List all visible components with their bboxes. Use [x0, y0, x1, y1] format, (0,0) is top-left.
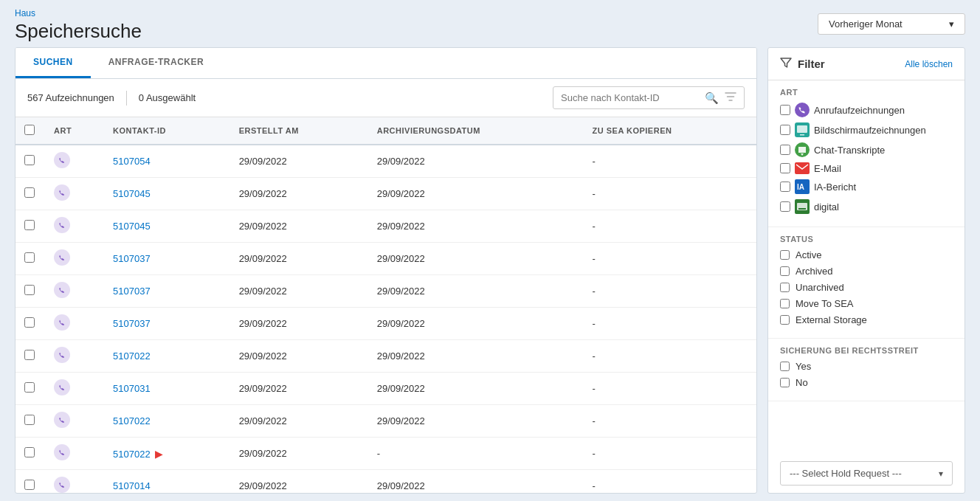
search-input[interactable] [561, 92, 699, 103]
table-row: 510702229/09/202229/09/2022- [15, 405, 756, 438]
tab-anfrage-tracker[interactable]: ANFRAGE-TRACKER [91, 48, 222, 78]
cell-contact-id[interactable]: 5107037 [104, 243, 230, 275]
hold-request-label: --- Select Hold Request --- [790, 468, 902, 479]
checkbox-no[interactable] [780, 378, 790, 387]
cell-art [45, 373, 104, 405]
label-bildschirm: Bildschirmaufzeichnungen [814, 125, 926, 136]
chat-icon [795, 142, 810, 157]
checkbox-digital[interactable] [780, 201, 790, 212]
filter-status-title: STATUS [780, 235, 953, 243]
cell-contact-id[interactable]: 5107031 [104, 373, 230, 405]
filter-icon[interactable] [725, 91, 736, 105]
cell-art [45, 243, 104, 275]
records-table: ART KONTAKT-ID ERSTELLT AM ARCHIVIERUNGS… [15, 117, 756, 493]
cell-contact-id[interactable]: 5107022 [104, 340, 230, 373]
header-archivierungsdatum: ARCHIVIERUNGSDATUM [368, 117, 584, 145]
table-row: 510703129/09/202229/09/2022- [15, 373, 756, 405]
svg-point-2 [54, 217, 70, 233]
row-checkbox[interactable] [24, 317, 35, 328]
filter-sicherung-section: SICHERUNG BEI RECHTSSTREIT Yes No [768, 339, 965, 401]
cell-sea: - [583, 373, 756, 405]
checkbox-chat[interactable] [780, 145, 790, 155]
filter-status-section: STATUS Active Archived Unarchived Move T… [768, 227, 965, 339]
phone-icon [54, 347, 70, 363]
table-row: 510704529/09/202229/09/2022- [15, 178, 756, 210]
table-row: 510703729/09/202229/09/2022- [15, 243, 756, 275]
svg-rect-23 [798, 208, 806, 210]
label-email: E-Mail [814, 163, 841, 174]
cell-archived: 29/09/2022 [368, 210, 584, 243]
checkbox-external-storage[interactable] [780, 315, 790, 325]
cell-created: 29/09/2022 [230, 275, 368, 308]
tab-suchen[interactable]: SUCHEN [15, 48, 91, 78]
select-all-checkbox[interactable] [24, 125, 35, 135]
cell-art [45, 178, 104, 210]
cell-created: 29/09/2022 [230, 178, 368, 210]
checkbox-archived[interactable] [780, 266, 790, 276]
label-yes: Yes [796, 361, 811, 372]
row-checkbox[interactable] [24, 415, 35, 425]
row-checkbox[interactable] [24, 252, 35, 263]
selected-count: 0 Ausgewählt [139, 92, 196, 103]
svg-point-10 [54, 477, 70, 493]
cell-sea: - [583, 243, 756, 275]
filter-item-chat: Chat-Transkripte [780, 142, 953, 157]
cell-contact-id[interactable]: 5107045 [104, 210, 230, 243]
screen-recording-icon [795, 122, 810, 137]
filter-item-no: No [780, 377, 953, 388]
row-checkbox[interactable] [24, 350, 35, 360]
row-checkbox[interactable] [24, 447, 35, 457]
cell-contact-id[interactable]: 5107054 [104, 145, 230, 178]
cell-sea: - [583, 405, 756, 438]
cell-archived: 29/09/2022 [368, 470, 584, 494]
cell-archived: 29/09/2022 [368, 340, 584, 373]
cell-contact-id[interactable]: 5107022▶ [104, 438, 230, 470]
cell-created: 29/09/2022 [230, 405, 368, 438]
hold-request-dropdown[interactable]: --- Select Hold Request --- ▾ [780, 461, 953, 486]
filter-item-anruf: Anrufaufzeichnungen [780, 103, 953, 117]
cell-sea: - [583, 308, 756, 340]
row-checkbox[interactable] [24, 382, 35, 393]
checkbox-anruf[interactable] [780, 105, 790, 115]
month-selector[interactable]: Vorheriger Monat ▾ [818, 13, 965, 35]
phone-icon [54, 184, 70, 201]
cell-created: 29/09/2022 [230, 243, 368, 275]
cell-created: 29/09/2022 [230, 470, 368, 494]
header-art: ART [45, 117, 104, 145]
svg-point-4 [54, 282, 70, 298]
cell-sea: - [583, 178, 756, 210]
hold-request-chevron-icon: ▾ [939, 469, 943, 479]
svg-point-8 [54, 412, 70, 428]
cell-contact-id[interactable]: 5107037 [104, 308, 230, 340]
svg-text:IA: IA [797, 183, 804, 191]
cell-created: 29/09/2022 [230, 145, 368, 178]
ia-icon: IA [795, 179, 810, 194]
cell-contact-id[interactable]: 5107014 [104, 470, 230, 494]
row-checkbox[interactable] [24, 480, 35, 490]
cell-archived: - [368, 438, 584, 470]
cell-contact-id[interactable]: 5107022 [104, 405, 230, 438]
cell-contact-id[interactable]: 5107045 [104, 178, 230, 210]
checkbox-unarchived[interactable] [780, 283, 790, 292]
svg-point-5 [54, 314, 70, 331]
clear-all-link[interactable]: Alle löschen [905, 59, 953, 69]
row-checkbox[interactable] [24, 187, 35, 198]
row-checkbox[interactable] [24, 285, 35, 295]
checkbox-email[interactable] [780, 163, 790, 173]
label-ia: IA-Bericht [814, 182, 856, 193]
checkbox-yes[interactable] [780, 362, 790, 371]
row-checkbox[interactable] [24, 155, 35, 165]
cell-contact-id[interactable]: 5107037 [104, 275, 230, 308]
digital-icon [795, 199, 810, 214]
checkbox-active[interactable] [780, 250, 790, 260]
table-row: 510701429/09/202229/09/2022- [15, 470, 756, 494]
checkbox-ia[interactable] [780, 182, 790, 192]
checkbox-bildschirm[interactable] [780, 125, 790, 135]
row-checkbox[interactable] [24, 220, 35, 230]
label-external-storage: External Storage [796, 314, 867, 325]
svg-point-7 [54, 379, 70, 395]
search-icon[interactable]: 🔍 [705, 91, 719, 105]
cell-art [45, 470, 104, 494]
checkbox-move-to-sea[interactable] [780, 299, 790, 308]
breadcrumb[interactable]: Haus [15, 8, 35, 18]
